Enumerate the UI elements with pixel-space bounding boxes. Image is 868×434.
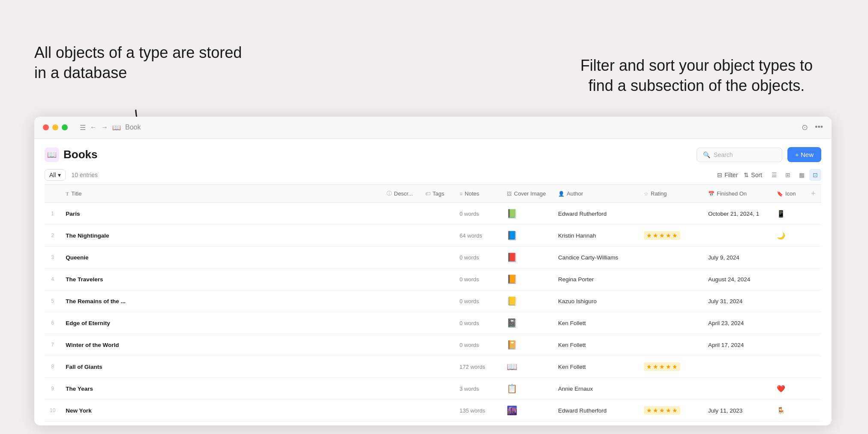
cell-tags — [420, 378, 454, 400]
table-row[interactable]: 8Fall of Giants172 words📖Ken Follett ★ ★… — [45, 356, 821, 378]
cell-tags — [420, 290, 454, 312]
cell-cover: 📔 — [502, 334, 553, 356]
cell-author: Candice Carty-Williams — [553, 247, 639, 268]
forward-button[interactable]: → — [101, 124, 108, 131]
table-row[interactable]: 10New York135 words🌆Edward Rutherford ★ … — [45, 400, 821, 422]
star-icon: ★ — [666, 407, 671, 414]
cell-title[interactable]: Fall of Giants — [60, 356, 381, 378]
cell-tags — [420, 225, 454, 247]
cell-desc — [381, 203, 420, 225]
list-view-icon[interactable]: ☰ — [80, 124, 86, 132]
cell-title[interactable]: The Nightingale — [60, 225, 381, 247]
star-icon: ★ — [646, 363, 652, 370]
cell-add — [806, 225, 821, 247]
sort-button[interactable]: ⇅ Sort — [744, 172, 762, 178]
maximize-button[interactable] — [62, 124, 68, 130]
table-row[interactable]: 9The Years3 words📋Annie Ernaux❤️ — [45, 378, 821, 400]
table-header-row: 𝐓 Title ⓘ Descr... 🏷 Tags — [45, 185, 821, 203]
col-desc-label: Descr... — [394, 190, 413, 197]
database-actions: 🔍 Search + New — [697, 147, 821, 162]
back-button[interactable]: ← — [90, 124, 97, 131]
board-view-icon[interactable]: ⊡ — [809, 169, 821, 181]
filter-button[interactable]: ⊟ Filter — [717, 172, 738, 178]
cell-title[interactable]: The Years — [60, 378, 381, 400]
cell-title[interactable]: Queenie — [60, 247, 381, 268]
cell-icon — [772, 356, 806, 378]
cell-title[interactable]: The Travelers — [60, 268, 381, 290]
cell-desc — [381, 290, 420, 312]
notes-col-icon: ≡ — [460, 191, 463, 197]
all-filter-dropdown[interactable]: All ▾ — [45, 169, 66, 181]
new-button[interactable]: + New — [787, 147, 821, 162]
sort-icon: ⇅ — [744, 172, 749, 178]
settings-icon[interactable]: ⊙ — [802, 123, 808, 132]
cell-add — [806, 378, 821, 400]
icon-col-icon: 🔖 — [777, 191, 783, 197]
row-number: 10 — [45, 400, 60, 422]
row-number: 5 — [45, 290, 60, 312]
col-header-num — [45, 185, 60, 203]
cell-add — [806, 356, 821, 378]
star-icon: ★ — [672, 232, 678, 239]
cell-title[interactable]: New York — [60, 400, 381, 422]
table-row[interactable]: 4The Travelers0 words📙Regina PorterAugus… — [45, 268, 821, 290]
col-header-title: 𝐓 Title — [60, 185, 381, 203]
minimize-button[interactable] — [52, 124, 58, 130]
table-row[interactable]: 1Paris0 words📗Edward RutherfordOctober 2… — [45, 203, 821, 225]
col-header-tags: 🏷 Tags — [420, 185, 454, 203]
filter-label: Filter — [724, 172, 738, 178]
cell-icon — [772, 334, 806, 356]
cell-icon — [772, 312, 806, 334]
cell-tags — [420, 247, 454, 268]
cell-title[interactable]: Winter of the World — [60, 334, 381, 356]
cell-tags — [420, 400, 454, 422]
cell-title[interactable]: Edge of Eternity — [60, 312, 381, 334]
table-row[interactable]: 5The Remains of the ...0 words📒Kazuo Ish… — [45, 290, 821, 312]
row-number: 8 — [45, 356, 60, 378]
table-row[interactable]: 7Winter of the World0 words📔Ken FollettA… — [45, 334, 821, 356]
rating-stars: ★ ★ ★ ★ ★ — [644, 231, 680, 240]
cell-rating — [639, 268, 703, 290]
more-icon[interactable]: ••• — [815, 123, 823, 132]
star-icon: ★ — [653, 363, 658, 370]
table-row[interactable]: 3Queenie0 words📕Candice Carty-WilliamsJu… — [45, 247, 821, 268]
app-window: ☰ ← → 📖 Book ⊙ ••• 📖 Books 🔍 Search + Ne… — [34, 117, 832, 425]
cell-notes: 0 words — [454, 203, 502, 225]
table-row[interactable]: 2The Nightingale64 words📘Kristin Hannah … — [45, 225, 821, 247]
add-column-button[interactable]: + — [811, 189, 816, 198]
desc-col-icon: ⓘ — [387, 190, 392, 197]
filter-icon: ⊟ — [717, 172, 722, 178]
cell-rating — [639, 290, 703, 312]
cell-rating: ★ ★ ★ ★ ★ — [639, 356, 703, 378]
cell-desc — [381, 378, 420, 400]
cell-rating — [639, 378, 703, 400]
cell-author: Kazuo Ishiguro — [553, 290, 639, 312]
chevron-down-icon: ▾ — [58, 172, 61, 178]
cell-desc — [381, 312, 420, 334]
cell-desc — [381, 356, 420, 378]
database-title: 📖 Books — [45, 148, 97, 162]
col-notes-label: Notes — [465, 190, 479, 197]
col-author-label: Author — [567, 190, 583, 197]
col-header-add[interactable]: + — [806, 185, 821, 203]
cell-add — [806, 312, 821, 334]
table-view-icon[interactable]: ▦ — [796, 169, 808, 181]
grid-view-icon[interactable]: ⊞ — [782, 169, 794, 181]
row-number: 4 — [45, 268, 60, 290]
close-button[interactable] — [43, 124, 49, 130]
search-box[interactable]: 🔍 Search — [697, 148, 782, 162]
cell-finished — [703, 356, 772, 378]
cell-rating — [639, 247, 703, 268]
cell-add — [806, 268, 821, 290]
cell-desc — [381, 225, 420, 247]
cover-image: 📘 — [507, 229, 517, 242]
table-row[interactable]: 6Edge of Eternity0 words📓Ken FollettApri… — [45, 312, 821, 334]
list-view-icon[interactable]: ☰ — [768, 169, 780, 181]
cell-title[interactable]: The Remains of the ... — [60, 290, 381, 312]
toolbar-left: All ▾ 10 entries — [45, 169, 98, 181]
star-icon: ★ — [672, 363, 678, 370]
cover-col-icon: 🖼 — [507, 191, 512, 197]
cell-notes: 0 words — [454, 290, 502, 312]
row-number: 9 — [45, 378, 60, 400]
cell-title[interactable]: Paris — [60, 203, 381, 225]
